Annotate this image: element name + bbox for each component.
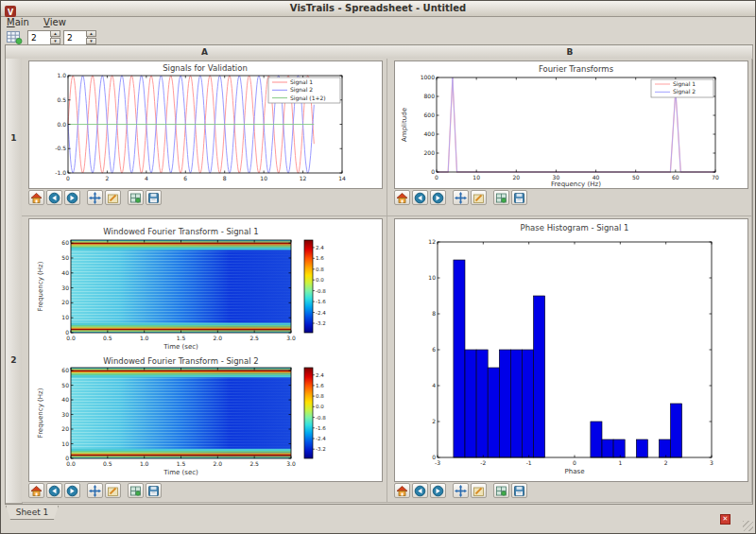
svg-text:0: 0 xyxy=(65,455,69,461)
home-button[interactable] xyxy=(394,483,410,498)
zoom-button[interactable] xyxy=(471,190,487,205)
svg-text:0.5: 0.5 xyxy=(57,96,66,103)
back-button[interactable] xyxy=(412,190,428,205)
home-button[interactable] xyxy=(28,190,44,205)
svg-text:0: 0 xyxy=(65,329,69,336)
svg-text:30: 30 xyxy=(61,411,69,418)
column-count-spinbox: ▲ ▼ xyxy=(63,30,97,45)
subplots-button[interactable] xyxy=(493,483,509,498)
grid-resize-icon xyxy=(7,31,23,44)
save-icon xyxy=(147,192,160,204)
svg-text:40: 40 xyxy=(61,396,69,403)
save-button[interactable] xyxy=(511,483,527,498)
svg-text:20: 20 xyxy=(512,174,520,181)
save-button[interactable] xyxy=(146,190,162,205)
svg-text:40: 40 xyxy=(593,174,600,181)
back-button[interactable] xyxy=(46,190,62,205)
phase-histogram-chart[interactable]: Phase Histogram - Signal 1-3-2-101230246… xyxy=(395,219,747,481)
forward-button[interactable] xyxy=(430,190,446,205)
save-icon xyxy=(147,485,160,497)
row-count-down-icon[interactable]: ▼ xyxy=(50,38,60,44)
subplots-button[interactable] xyxy=(128,483,144,498)
svg-text:0: 0 xyxy=(435,174,438,181)
zoom-button[interactable] xyxy=(471,483,487,498)
svg-text:1.0: 1.0 xyxy=(140,460,149,467)
svg-text:30: 30 xyxy=(553,174,560,181)
titlebar[interactable]: V VisTrails - Spreadsheet - Untitled xyxy=(1,1,755,17)
save-icon xyxy=(513,485,525,497)
resize-grip[interactable] xyxy=(743,521,753,531)
column-count-up-icon[interactable]: ▲ xyxy=(86,30,96,37)
svg-text:1.5: 1.5 xyxy=(177,335,186,341)
svg-text:2: 2 xyxy=(432,418,436,424)
pan-button[interactable] xyxy=(453,483,469,498)
svg-text:20: 20 xyxy=(61,299,69,305)
svg-text:Signals for Validation: Signals for Validation xyxy=(163,63,248,73)
svg-text:60: 60 xyxy=(672,174,679,181)
zoom-icon xyxy=(107,192,119,204)
sheet-tab[interactable]: Sheet 1 xyxy=(6,506,59,520)
svg-text:-0.5: -0.5 xyxy=(55,145,66,151)
figure-canvas-phasehist[interactable]: Phase Histogram - Signal 1-3-2-101230246… xyxy=(394,218,748,482)
wft-signal2-heatmap[interactable]: 2.41.60.80.0-0.8-1.6-2.4-3.2Windowed Fou… xyxy=(29,357,382,481)
svg-text:Signal 2: Signal 2 xyxy=(290,86,313,94)
pan-button[interactable] xyxy=(453,190,469,205)
forward-button[interactable] xyxy=(64,190,80,205)
column-count-down-icon[interactable]: ▼ xyxy=(86,38,96,44)
figure-canvas-signals[interactable]: Signals for Validation02468101214-1.0-0.… xyxy=(28,60,383,189)
home-icon xyxy=(30,485,43,497)
column-count-input[interactable] xyxy=(63,30,88,45)
back-button[interactable] xyxy=(46,483,62,498)
zoom-button[interactable] xyxy=(105,190,121,205)
home-button[interactable] xyxy=(28,483,44,498)
menu-view[interactable]: View xyxy=(43,17,66,27)
column-header-b[interactable]: B xyxy=(387,45,753,60)
svg-text:2.0: 2.0 xyxy=(214,335,223,341)
svg-text:1: 1 xyxy=(618,459,622,466)
wft-signal1-heatmap[interactable]: 2.41.60.80.0-0.8-1.6-2.4-3.2Windowed Fou… xyxy=(29,219,382,357)
mpl-nav-toolbar-b2 xyxy=(394,483,529,498)
forward-button[interactable] xyxy=(430,483,446,498)
svg-text:0.5: 0.5 xyxy=(103,335,112,341)
row-count-input[interactable] xyxy=(27,30,52,45)
zoom-button[interactable] xyxy=(105,483,121,498)
subplots-button[interactable] xyxy=(493,190,509,205)
row-count-up-icon[interactable]: ▲ xyxy=(50,30,60,37)
fourier-line-chart[interactable]: Fourier Transforms0102030405060700200400… xyxy=(395,61,747,188)
svg-text:-2: -2 xyxy=(480,459,486,466)
svg-text:0.0: 0.0 xyxy=(57,121,66,128)
svg-text:0.0: 0.0 xyxy=(316,277,324,283)
subplots-button[interactable] xyxy=(128,190,144,205)
home-button[interactable] xyxy=(394,190,410,205)
forward-icon xyxy=(432,485,444,497)
vistrails-spreadsheet-window: V VisTrails - Spreadsheet - Untitled Mai… xyxy=(0,0,756,534)
menu-main[interactable]: Main xyxy=(7,17,29,27)
signals-line-chart[interactable]: Signals for Validation02468101214-1.0-0.… xyxy=(29,61,382,188)
svg-text:Frequency (Hz): Frequency (Hz) xyxy=(37,388,44,438)
svg-text:10: 10 xyxy=(61,314,69,320)
row-header-1[interactable]: 1 xyxy=(6,59,23,217)
close-red-icon[interactable]: ✕ xyxy=(720,514,730,525)
resize-grid-button[interactable] xyxy=(5,30,24,45)
figure-canvas-fourier[interactable]: Fourier Transforms0102030405060700200400… xyxy=(394,60,748,189)
column-header-a[interactable]: A xyxy=(22,45,388,60)
save-button[interactable] xyxy=(146,483,162,498)
svg-text:1.6: 1.6 xyxy=(316,383,324,388)
pan-button[interactable] xyxy=(87,483,103,498)
row-header-2[interactable]: 2 xyxy=(6,216,23,504)
svg-text:60: 60 xyxy=(61,367,69,373)
cell-a1: Signals for Validation02468101214-1.0-0.… xyxy=(22,59,387,216)
svg-text:Signal (1+2): Signal (1+2) xyxy=(290,95,326,102)
forward-button[interactable] xyxy=(64,483,80,498)
svg-text:Phase: Phase xyxy=(565,468,585,475)
back-button[interactable] xyxy=(412,483,428,498)
svg-text:2: 2 xyxy=(106,175,110,181)
save-button[interactable] xyxy=(511,190,527,205)
svg-text:Signal 2: Signal 2 xyxy=(673,88,696,95)
sheet-tab-bar: Sheet 1 xyxy=(1,505,755,525)
svg-text:6: 6 xyxy=(432,346,436,353)
figure-canvas-wft[interactable]: 2.41.60.80.0-0.8-1.6-2.4-3.2Windowed Fou… xyxy=(28,218,383,482)
pan-button[interactable] xyxy=(87,190,103,205)
svg-text:Time (sec): Time (sec) xyxy=(163,343,198,351)
svg-text:0.8: 0.8 xyxy=(316,393,324,399)
